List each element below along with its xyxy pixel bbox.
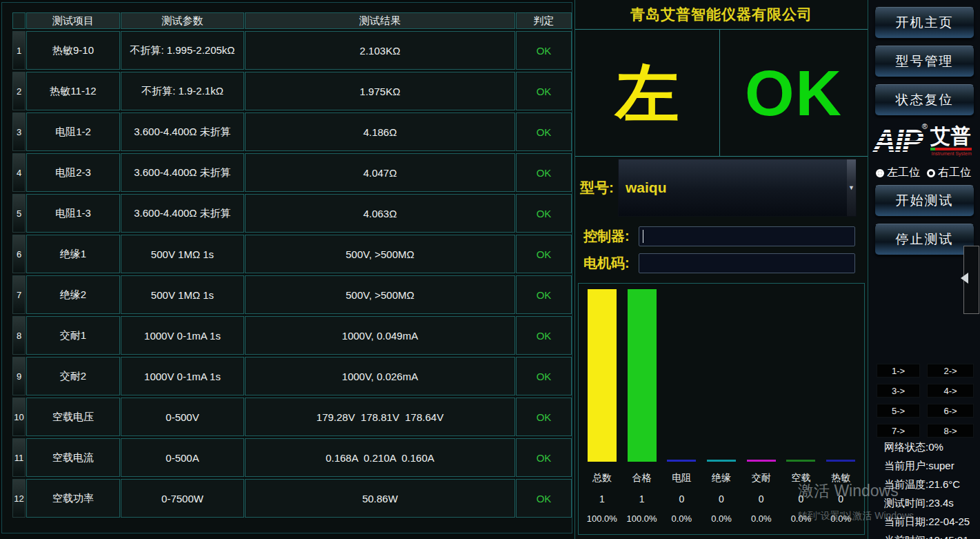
cell-item: 交耐1 (26, 316, 120, 355)
chart-category-labels: 总数 合格 电阻 绝缘 交耐 空载 热敏 (582, 472, 861, 484)
cell-param: 0-500A (121, 438, 244, 477)
cat-label: 交耐 (741, 472, 781, 484)
cell-param: 3.600-4.400Ω 未折算 (121, 194, 244, 233)
cell-judge: OK (516, 398, 572, 436)
model-value: waiqu (619, 179, 667, 196)
controller-input[interactable] (639, 226, 855, 246)
cell-judge: OK (516, 194, 572, 233)
bar-noload (786, 460, 815, 462)
overall-result-indicator: OK (720, 30, 868, 156)
bar-total (588, 289, 617, 462)
cell-result: 1000V, 0.026mA (245, 357, 515, 395)
chevron-down-icon[interactable]: ▼ (848, 185, 854, 191)
status-row: 左 OK (575, 30, 868, 157)
home-button[interactable]: 开机主页 (874, 7, 974, 39)
row-number: 2 (12, 72, 26, 110)
cell-judge: OK (516, 479, 572, 518)
bar-resistance (667, 460, 696, 462)
cat-count: 1 (622, 493, 662, 504)
channel-8-button[interactable]: 8-> (927, 424, 974, 438)
cell-judge: OK (516, 235, 572, 273)
cell-item: 交耐2 (26, 357, 120, 395)
cat-percent: 100.0% (622, 513, 662, 524)
table-row: 2 热敏11-12 不折算: 1.9-2.1kΩ 1.975KΩ OK (12, 72, 572, 110)
channel-6-button[interactable]: 6-> (927, 404, 974, 418)
cell-item: 空载电压 (26, 398, 120, 436)
cell-judge: OK (516, 153, 572, 192)
table-row: 9 交耐2 1000V 0-1mA 1s 1000V, 0.026mA OK (12, 357, 572, 395)
start-test-button[interactable]: 开始测试 (874, 185, 974, 217)
cell-result: 4.047Ω (245, 153, 515, 192)
model-label: 型号: (575, 178, 618, 197)
current-time: 当前时间:10:45:01 (884, 531, 970, 539)
model-dropdown[interactable]: waiqu ▼ (618, 159, 857, 217)
cell-item: 电阻1-3 (26, 194, 120, 233)
cat-count: 1 (582, 493, 622, 504)
motor-field-row: 电机码: (575, 251, 868, 275)
cell-item: 绝缘1 (26, 235, 120, 273)
row-number: 11 (12, 438, 26, 477)
row-number: 10 (12, 398, 26, 436)
header-param: 测试参数 (121, 12, 244, 29)
cell-judge: OK (516, 275, 572, 314)
station-radio-group: 左工位 右工位 (876, 166, 978, 180)
row-number: 6 (12, 235, 26, 273)
aip-logo: AIP ® 艾普 Instrument System (873, 121, 977, 163)
row-number: 8 (12, 316, 26, 355)
cell-item: 空载功率 (26, 479, 120, 518)
cell-result: 500V, >500MΩ (245, 235, 515, 273)
controller-field-row: 控制器: (575, 224, 868, 248)
cell-result: 4.063Ω (245, 194, 515, 233)
channel-7-button[interactable]: 7-> (877, 424, 920, 438)
row-number: 3 (12, 112, 26, 151)
cell-result: 50.86W (245, 479, 515, 518)
station-indicator: 左 (575, 30, 720, 156)
cat-count: 0 (701, 493, 741, 504)
model-row: 型号: waiqu ▼ (575, 157, 868, 219)
cell-item: 电阻1-2 (26, 112, 120, 151)
cat-label: 电阻 (661, 472, 701, 484)
table-row: 3 电阻1-2 3.600-4.400Ω 未折算 4.186Ω OK (12, 112, 572, 151)
table-row: 6 绝缘1 500V 1MΩ 1s 500V, >500MΩ OK (12, 235, 572, 273)
row-number: 9 (12, 357, 26, 395)
motor-code-input[interactable] (639, 253, 855, 273)
collapse-panel-tab[interactable] (963, 246, 979, 314)
stop-test-button[interactable]: 停止测试 (874, 224, 974, 255)
radio-icon (876, 169, 884, 177)
cell-result: 0.168A 0.210A 0.160A (245, 438, 515, 477)
channel-1-button[interactable]: 1-> (877, 364, 920, 378)
row-number: 7 (12, 275, 26, 314)
cat-label: 总数 (582, 472, 622, 484)
current-date: 当前日期:22-04-25 (884, 512, 970, 531)
channel-4-button[interactable]: 4-> (927, 384, 974, 398)
cat-label: 空载 (781, 472, 821, 484)
network-status: 网络状态:0% (884, 438, 970, 456)
radio-left-station[interactable]: 左工位 (876, 166, 920, 180)
controller-label: 控制器: (575, 227, 639, 246)
cell-param: 500V 1MΩ 1s (121, 275, 244, 314)
status-reset-button[interactable]: 状态复位 (874, 84, 974, 116)
channel-2-button[interactable]: 2-> (927, 364, 974, 378)
table-row: 1 热敏9-10 不折算: 1.995-2.205kΩ 2.103KΩ OK (12, 31, 572, 70)
chart-percents: 100.0% 100.0% 0.0% 0.0% 0.0% 0.0% 0.0% (582, 513, 861, 524)
status-info-block: 网络状态:0% 当前用户:super 当前温度:21.6°C 测试时间:23.4… (884, 438, 970, 539)
table-row: 11 空载电流 0-500A 0.168A 0.210A 0.160A OK (12, 438, 572, 477)
channel-button-grid: 1-> 2-> 3-> 4-> 5-> 6-> 7-> 8-> (877, 364, 974, 438)
arrow-left-icon (961, 273, 968, 284)
overall-result-text: OK (745, 61, 843, 125)
channel-3-button[interactable]: 3-> (877, 384, 920, 398)
cell-judge: OK (516, 438, 572, 477)
cat-count: 0 (741, 493, 781, 504)
bar-insulation (707, 460, 736, 462)
cell-item: 绝缘2 (26, 275, 120, 314)
radio-right-station[interactable]: 右工位 (927, 166, 971, 180)
bar-pass (628, 289, 657, 462)
cat-count: 0 (781, 493, 821, 504)
row-number: 5 (12, 194, 26, 233)
motor-code-label: 电机码: (575, 254, 639, 273)
cell-item: 热敏9-10 (26, 31, 120, 70)
cell-judge: OK (516, 316, 572, 355)
channel-5-button[interactable]: 5-> (877, 404, 920, 418)
cell-result: 500V, >500MΩ (245, 275, 515, 314)
model-manage-button[interactable]: 型号管理 (874, 46, 974, 77)
